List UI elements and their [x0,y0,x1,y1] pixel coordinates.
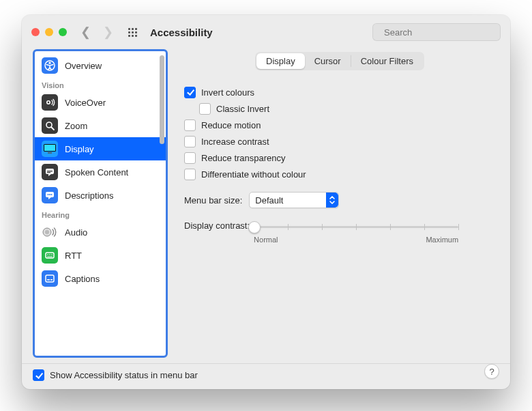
sidebar-item-label: Display [65,144,94,154]
show-all-icon[interactable] [127,27,138,38]
svg-point-17 [51,194,53,195]
footer: Show Accessibility status in menu bar ? [22,364,510,389]
display-contrast-slider[interactable] [254,221,458,233]
chevrons-icon [326,193,338,208]
display-contrast-label: Display contrast: [184,221,250,231]
accessibility-icon [42,57,58,74]
svg-point-5 [48,102,50,104]
classic-invert-checkbox[interactable] [199,103,211,115]
sidebar-item-label: RTT [65,251,82,261]
sidebar-item-label: Zoom [65,121,87,131]
svg-line-7 [51,127,54,130]
invert-colours-label: Invert colours [201,87,254,98]
help-button[interactable]: ? [484,364,499,379]
svg-rect-10 [48,152,52,154]
sidebar-item-audio[interactable]: Audio [35,221,166,244]
menu-bar-size-value: Default [250,195,289,206]
descriptions-icon [42,187,58,203]
nav-buttons: ❮ ❯ [76,25,113,40]
captions-icon [42,270,58,287]
show-status-label: Show Accessibility status in menu bar [50,370,198,380]
sidebar-item-label: Descriptions [65,190,114,201]
preferences-window: ❮ ❯ Accessibility [22,15,510,389]
slider-min-label: Normal [254,236,278,244]
display-tabs: Display Cursor Colour Filters [255,52,424,70]
toolbar: ❮ ❯ Accessibility [22,15,510,49]
sidebar-item-display[interactable]: Display [35,137,166,160]
zoom-window-button[interactable] [59,28,67,36]
svg-point-15 [48,194,49,195]
svg-point-23 [49,254,50,255]
invert-colours-checkbox[interactable] [184,87,196,98]
scrollbar[interactable] [160,55,164,144]
zoom-icon [42,117,58,134]
sidebar-item-rtt[interactable]: RTT [35,244,166,267]
sidebar-item-descriptions[interactable]: Descriptions [35,184,166,207]
tab-colour-filters[interactable]: Colour Filters [351,53,423,69]
increase-contrast-checkbox[interactable] [184,136,196,147]
sidebar-item-label: Captions [65,274,100,284]
sidebar-item-voiceover[interactable]: VoiceOver [35,91,166,114]
slider-knob[interactable] [248,221,261,233]
reduce-motion-checkbox[interactable] [184,119,196,131]
menu-bar-size-label: Menu bar size: [184,195,242,206]
reduce-transparency-label: Reduce transparency [201,153,286,163]
svg-rect-9 [44,145,55,151]
svg-point-16 [49,194,50,195]
svg-rect-25 [46,275,54,282]
minimize-window-button[interactable] [45,28,53,36]
svg-rect-13 [47,172,50,173]
tab-cursor[interactable]: Cursor [305,53,351,69]
svg-rect-26 [47,279,50,281]
increase-contrast-label: Increase contrast [201,137,269,147]
sidebar-item-zoom[interactable]: Zoom [35,114,166,137]
display-icon [42,141,58,157]
sidebar-item-label: Overview [65,61,102,71]
svg-rect-12 [47,171,53,171]
voiceover-icon [42,94,58,111]
back-button[interactable]: ❮ [80,25,91,40]
window-title: Accessibility [150,27,213,38]
audio-icon [42,224,58,240]
slider-max-label: Maximum [426,236,458,244]
menu-bar-size-select[interactable]: Default [249,192,339,208]
window-controls [31,28,67,36]
svg-point-19 [45,230,49,234]
svg-rect-27 [50,279,53,281]
forward-button[interactable]: ❯ [103,25,113,40]
svg-point-22 [47,254,48,255]
sidebar: Overview Vision VoiceOver Zoom [33,49,168,358]
sidebar-group-vision: Vision [35,77,166,91]
sidebar-item-label: VoiceOver [65,98,106,108]
svg-rect-20 [46,253,54,258]
svg-point-3 [48,62,50,64]
sidebar-item-label: Spoken Content [65,167,128,178]
close-window-button[interactable] [31,28,40,36]
sidebar-item-captions[interactable]: Captions [35,267,166,290]
sidebar-item-spoken-content[interactable]: Spoken Content [35,160,166,184]
search-input[interactable] [383,27,500,38]
main-panel: Display Cursor Colour Filters Invert col… [180,49,499,358]
spoken-content-icon [42,164,58,180]
sidebar-item-overview[interactable]: Overview [35,54,166,77]
classic-invert-label: Classic Invert [216,104,269,114]
rtt-icon [42,247,58,264]
differentiate-without-colour-checkbox[interactable] [184,169,196,180]
tab-display[interactable]: Display [256,53,305,69]
search-field[interactable] [372,23,501,41]
reduce-motion-label: Reduce motion [201,120,261,130]
show-status-checkbox[interactable] [33,369,44,381]
sidebar-item-label: Audio [65,227,87,238]
differentiate-without-colour-label: Differentiate without colour [201,169,306,180]
reduce-transparency-checkbox[interactable] [184,152,196,164]
svg-point-24 [51,254,53,255]
sidebar-group-hearing: Hearing [35,207,166,221]
